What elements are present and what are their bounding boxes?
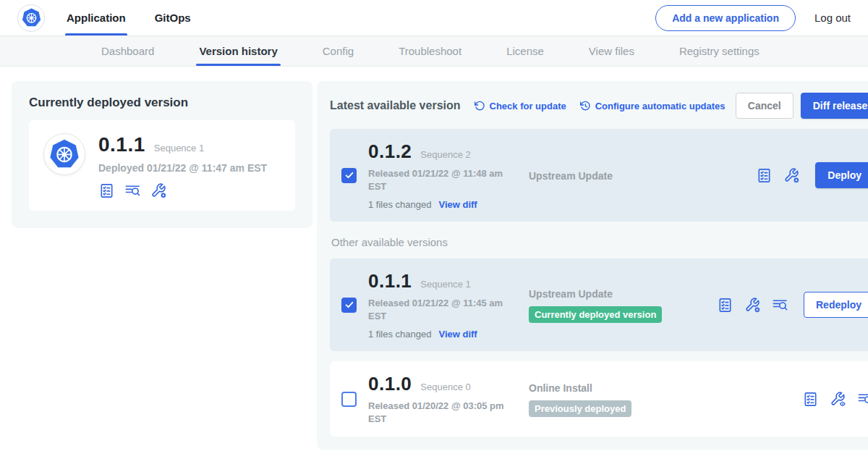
version-checkbox[interactable]	[341, 298, 357, 313]
configure-automatic-updates-label: Configure automatic updates	[595, 101, 726, 111]
subnav-tab-version-history[interactable]: Version history	[197, 36, 278, 66]
check-icon	[344, 170, 354, 180]
tab-gitops[interactable]: GitOps	[153, 0, 192, 35]
sequence-label: Sequence 1	[420, 279, 470, 290]
previously-deployed-badge: Previously deployed	[529, 400, 631, 417]
deployed-version-card: 0.1.1 Sequence 1 Deployed 01/21/22 @ 11:…	[29, 120, 295, 211]
refresh-icon	[474, 100, 485, 111]
deploy-button[interactable]: Deploy	[815, 162, 868, 188]
release-notes-icon[interactable]	[756, 167, 773, 184]
version-source: Upstream Update	[529, 288, 717, 300]
check-for-update-link[interactable]: Check for update	[474, 100, 566, 111]
kubernetes-icon	[49, 139, 80, 169]
view-diff-link[interactable]: View diff	[438, 199, 477, 210]
subnav-tab-license[interactable]: License	[505, 36, 545, 66]
version-source: Online Install	[529, 382, 717, 394]
app-logo[interactable]	[17, 4, 45, 32]
sequence-label: Sequence 0	[420, 382, 470, 392]
currently-deployed-title: Currently deployed version	[29, 96, 295, 110]
subnav-tab-config[interactable]: Config	[321, 36, 355, 66]
currently-deployed-panel: Currently deployed version 0.1.1 Sequenc…	[12, 81, 312, 228]
subnav-tab-view-files[interactable]: View files	[587, 36, 636, 66]
diff-releases-button[interactable]: Diff releases	[801, 93, 868, 119]
view-files-icon[interactable]	[124, 182, 141, 199]
configure-automatic-updates-link[interactable]: Configure automatic updates	[579, 100, 726, 111]
deployed-version-number: 0.1.1	[98, 133, 145, 156]
version-row: 0.1.2 Sequence 2 Released 01/21/22 @ 11:…	[330, 129, 868, 222]
view-diff-link[interactable]: View diff	[438, 329, 477, 340]
subnav-tab-registry-settings[interactable]: Registry settings	[678, 36, 761, 66]
check-for-update-label: Check for update	[490, 101, 566, 111]
kubernetes-icon	[22, 8, 41, 28]
files-changed-label: 1 files changed	[368, 329, 431, 340]
subnav-tab-dashboard[interactable]: Dashboard	[100, 36, 156, 66]
version-checkbox[interactable]	[341, 168, 357, 183]
edit-config-icon[interactable]	[744, 297, 761, 313]
edit-config-icon[interactable]	[783, 167, 800, 184]
version-source: Upstream Update	[529, 170, 717, 182]
currently-deployed-badge: Currently deployed version	[529, 306, 662, 323]
view-config-icon[interactable]	[830, 391, 846, 408]
release-notes-icon[interactable]	[98, 182, 115, 199]
app-icon-badge	[43, 133, 85, 175]
release-notes-icon[interactable]	[802, 391, 819, 408]
tab-application[interactable]: Application	[65, 0, 127, 35]
auto-update-icon	[579, 100, 591, 111]
deployed-sequence-label: Sequence 1	[154, 143, 204, 153]
released-timestamp: Released 01/21/22 @ 11:45 am EST	[368, 297, 506, 322]
view-files-icon[interactable]	[857, 391, 868, 408]
version-number: 0.1.2	[368, 140, 412, 163]
version-row: 0.1.1 Sequence 1 Released 01/21/22 @ 11:…	[330, 258, 868, 351]
subnav-tab-troubleshoot[interactable]: Troubleshoot	[397, 36, 463, 66]
edit-config-icon[interactable]	[150, 182, 167, 199]
cancel-button[interactable]: Cancel	[736, 93, 793, 119]
latest-available-title: Latest available version	[330, 99, 461, 112]
sequence-label: Sequence 2	[420, 149, 470, 160]
other-versions-heading: Other available versions	[331, 236, 868, 248]
check-icon	[344, 300, 354, 310]
released-timestamp: Released 01/21/22 @ 11:48 am EST	[368, 167, 506, 193]
app-subnav: Dashboard Version history Config Trouble…	[0, 36, 868, 67]
redeploy-button[interactable]: Redeploy	[804, 292, 868, 318]
release-notes-icon[interactable]	[717, 297, 733, 313]
version-row: 0.1.0 Sequence 0 Released 01/20/22 @ 03:…	[330, 361, 868, 437]
add-application-button[interactable]: Add a new application	[655, 5, 796, 31]
logout-link[interactable]: Log out	[814, 12, 851, 24]
files-changed-label: 1 files changed	[368, 199, 431, 210]
released-timestamp: Released 01/20/22 @ 03:05 pm EST	[368, 400, 506, 425]
version-number: 0.1.1	[368, 270, 412, 292]
top-nav: Application GitOps Add a new application…	[0, 0, 868, 36]
version-checkbox[interactable]	[341, 392, 357, 407]
available-versions-panel: Latest available version Check for updat…	[317, 81, 868, 450]
view-files-icon[interactable]	[772, 297, 788, 313]
version-number: 0.1.0	[368, 373, 412, 395]
deployed-timestamp: Deployed 01/21/22 @ 11:47 am EST	[98, 162, 267, 174]
